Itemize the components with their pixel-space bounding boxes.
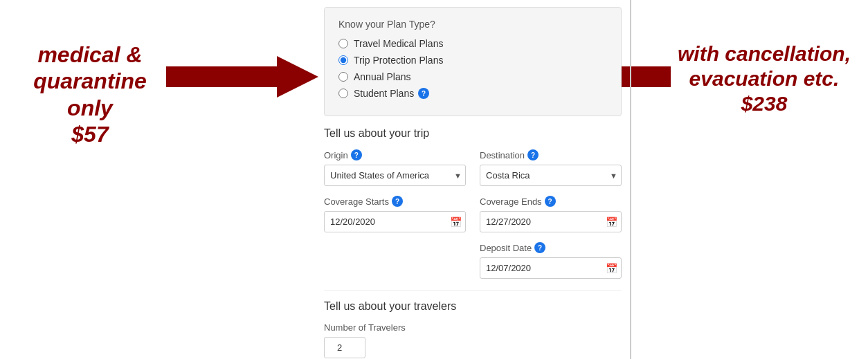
radio-travel-medical[interactable]: Travel Medical Plans	[338, 38, 607, 49]
left-annotation-line3: $57	[71, 122, 108, 147]
destination-select[interactable]: Costa Rica	[480, 165, 622, 186]
deposit-date-calendar-icon[interactable]: 📅	[606, 263, 617, 274]
travelers-title: Tell us about your travelers	[324, 300, 622, 313]
plan-type-title: Know your Plan Type?	[338, 19, 607, 30]
coverage-starts-group: Coverage Starts ? 📅	[324, 196, 466, 232]
radio-annual-label: Annual Plans	[354, 71, 411, 82]
deposit-date-input[interactable]	[480, 257, 622, 279]
form-container: Know your Plan Type? Travel Medical Plan…	[324, 7, 622, 358]
vertical-divider	[630, 0, 631, 359]
coverage-ends-input[interactable]	[480, 211, 622, 232]
deposit-date-group: Deposit Date ? 📅	[480, 242, 622, 279]
right-annotation: with cancellation, evacuation etc. $238	[674, 42, 854, 116]
destination-group: Destination ? Costa Rica ▼	[480, 149, 622, 186]
right-annotation-line2: evacuation etc.	[689, 67, 840, 90]
deposit-date-label: Deposit Date ?	[480, 242, 622, 253]
coverage-ends-label: Coverage Ends ?	[480, 196, 622, 207]
radio-student-input[interactable]	[338, 89, 348, 98]
left-annotation-line2: quarantine only	[33, 68, 147, 120]
origin-select[interactable]: United States of America	[324, 165, 466, 186]
destination-label: Destination ?	[480, 149, 622, 160]
coverage-starts-help-icon[interactable]: ?	[392, 196, 403, 207]
deposit-date-wrapper: 📅	[480, 257, 622, 279]
radio-annual[interactable]: Annual Plans	[338, 71, 607, 82]
radio-trip-protection-label: Trip Protection Plans	[354, 55, 443, 66]
plan-type-section: Know your Plan Type? Travel Medical Plan…	[324, 7, 622, 116]
origin-label: Origin ?	[324, 149, 466, 160]
radio-trip-protection-input[interactable]	[338, 55, 348, 65]
travelers-section: Tell us about your travelers Number of T…	[324, 290, 622, 358]
destination-select-wrapper: Costa Rica ▼	[480, 165, 622, 186]
coverage-ends-group: Coverage Ends ? 📅	[480, 196, 622, 232]
coverage-starts-wrapper: 📅	[324, 211, 466, 232]
arrow-right-icon	[166, 53, 318, 101]
coverage-ends-calendar-icon[interactable]: 📅	[606, 217, 617, 228]
destination-help-icon[interactable]: ?	[527, 149, 539, 160]
deposit-date-spacer	[324, 242, 466, 279]
radio-student-label: Student Plans	[354, 88, 414, 99]
coverage-ends-wrapper: 📅	[480, 211, 622, 232]
coverage-starts-calendar-icon[interactable]: 📅	[450, 217, 462, 228]
origin-destination-row: Origin ? United States of America ▼ Dest…	[324, 149, 622, 186]
origin-group: Origin ? United States of America ▼	[324, 149, 466, 186]
origin-select-wrapper: United States of America ▼	[324, 165, 466, 186]
radio-annual-input[interactable]	[338, 72, 348, 82]
student-help-icon[interactable]: ?	[418, 88, 429, 99]
num-travelers-label: Number of Travelers	[324, 322, 622, 333]
radio-travel-medical-label: Travel Medical Plans	[354, 38, 443, 49]
left-annotation-line1: medical &	[37, 42, 142, 67]
num-travelers-group: Number of Travelers	[324, 322, 622, 358]
coverage-starts-label: Coverage Starts ?	[324, 196, 466, 207]
origin-help-icon[interactable]: ?	[351, 149, 362, 160]
coverage-ends-help-icon[interactable]: ?	[545, 196, 556, 207]
right-annotation-line1: with cancellation,	[678, 42, 851, 65]
num-travelers-input[interactable]	[324, 337, 365, 358]
radio-trip-protection[interactable]: Trip Protection Plans	[338, 55, 607, 66]
trip-section: Tell us about your trip Origin ? United …	[324, 127, 622, 279]
deposit-date-help-icon[interactable]: ?	[534, 242, 545, 253]
right-annotation-line3: $238	[741, 92, 788, 115]
deposit-date-row: Deposit Date ? 📅	[324, 242, 622, 279]
coverage-starts-input[interactable]	[324, 211, 466, 232]
radio-student[interactable]: Student Plans ?	[338, 88, 607, 99]
left-annotation: medical & quarantine only $57	[14, 42, 166, 148]
coverage-dates-row: Coverage Starts ? 📅 Coverage Ends ? 📅	[324, 196, 622, 232]
radio-travel-medical-input[interactable]	[338, 39, 348, 48]
trip-section-title: Tell us about your trip	[324, 127, 622, 140]
svg-marker-0	[166, 56, 318, 98]
